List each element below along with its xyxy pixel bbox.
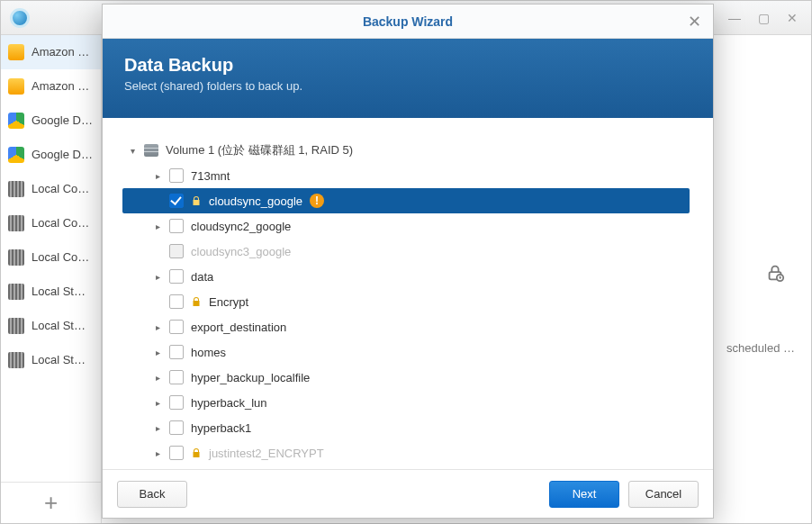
- schedule-info-text: scheduled …: [726, 341, 795, 355]
- dialog-footer: Back Next Cancel: [103, 469, 713, 518]
- lock-icon: [191, 296, 202, 307]
- folder-label: justintest2_ENCRYPT: [209, 447, 324, 460]
- tree-folder-row[interactable]: ▸justintest2_ENCRYPT: [148, 440, 699, 465]
- local-storage-icon: [8, 284, 24, 300]
- chevron-right-icon[interactable]: ▸: [153, 373, 162, 383]
- folder-checkbox[interactable]: [169, 269, 184, 284]
- chevron-right-icon[interactable]: ▸: [153, 221, 162, 231]
- folder-checkbox[interactable]: [169, 446, 184, 460]
- sidebar: Amazon D… Amazon D… Google D… Google D t…: [1, 35, 102, 523]
- tree-folder-row[interactable]: cloudsync_google!: [122, 188, 690, 213]
- sidebar-item-local-6[interactable]: Local St…: [1, 343, 101, 377]
- close-icon[interactable]: ✕: [684, 12, 704, 32]
- folder-label: hyperback1: [191, 421, 251, 435]
- google-drive-icon: [8, 147, 24, 163]
- tree-folder-row[interactable]: ▸713mnt: [148, 163, 699, 188]
- chevron-right-icon[interactable]: ▸: [153, 322, 162, 332]
- folder-label: cloudsync3_google: [191, 245, 291, 258]
- sidebar-item-google-1[interactable]: Google D…: [1, 104, 101, 138]
- chevron-right-icon[interactable]: ▸: [153, 398, 162, 408]
- tree-folder-row[interactable]: cloudsync3_google: [148, 239, 699, 264]
- sidebar-item-label: Google D test: [32, 148, 94, 162]
- chevron-right-icon[interactable]: ▸: [153, 423, 162, 433]
- sidebar-item-local-2[interactable]: Local Co…: [1, 206, 101, 240]
- tree-folder-row[interactable]: ▸hyperback_lun: [148, 390, 699, 415]
- sidebar-item-label: Local Co…: [32, 250, 89, 265]
- tree-folder-row[interactable]: ▸hyper_backup_localfile: [148, 365, 699, 390]
- folder-checkbox[interactable]: [169, 420, 184, 435]
- window-controls: — ▢ ✕: [725, 8, 802, 28]
- warning-icon: !: [310, 194, 324, 208]
- sidebar-item-local-5[interactable]: Local St…: [1, 309, 101, 343]
- amazon-icon: [8, 78, 24, 95]
- sidebar-item-local-4[interactable]: Local St…: [1, 275, 101, 309]
- folder-tree[interactable]: ▾ Volume 1 (位於 磁碟群組 1, RAID 5) ▸713mntcl…: [103, 118, 713, 469]
- dialog-titlebar: Backup Wizard ✕: [103, 5, 713, 39]
- local-storage-icon: [8, 215, 24, 231]
- sidebar-item-local-3[interactable]: Local Co…: [1, 240, 101, 275]
- folder-checkbox: [169, 244, 184, 258]
- folder-checkbox[interactable]: [169, 370, 184, 384]
- folder-checkbox[interactable]: [169, 395, 184, 410]
- folder-checkbox[interactable]: [169, 345, 184, 359]
- sidebar-item-label: Local St…: [32, 285, 86, 299]
- local-storage-icon: [8, 249, 24, 266]
- folder-label: hyper_backup_localfile: [191, 371, 310, 384]
- next-button[interactable]: Next: [549, 481, 619, 508]
- folder-label: hyperback_lun: [191, 396, 267, 410]
- local-storage-icon: [8, 181, 24, 197]
- sidebar-item-label: Amazon D…: [32, 45, 94, 59]
- chevron-down-icon[interactable]: ▾: [128, 146, 137, 156]
- maximize-icon[interactable]: ▢: [753, 8, 773, 28]
- tree-folder-row[interactable]: ▸homes: [148, 339, 699, 365]
- folder-label: 713mnt: [191, 169, 230, 183]
- folder-checkbox[interactable]: [169, 168, 184, 183]
- lock-icon: [191, 195, 202, 206]
- sidebar-item-label: Google D…: [32, 113, 93, 128]
- folder-checkbox[interactable]: [169, 294, 184, 309]
- add-task-button[interactable]: +: [1, 482, 101, 523]
- minimize-icon[interactable]: —: [725, 8, 744, 28]
- chevron-right-icon[interactable]: ▸: [153, 272, 162, 282]
- dialog-heading: Data Backup: [124, 55, 691, 76]
- amazon-icon: [8, 44, 24, 60]
- sidebar-item-label: Local St…: [32, 353, 86, 367]
- sidebar-item-amazon-1[interactable]: Amazon D…: [1, 35, 101, 69]
- app-icon: [10, 8, 30, 28]
- folder-checkbox[interactable]: [169, 219, 184, 233]
- sidebar-item-local-1[interactable]: Local Co…: [1, 172, 101, 206]
- sidebar-item-amazon-2[interactable]: Amazon D…: [1, 69, 101, 104]
- tree-folder-row[interactable]: Encrypt: [148, 289, 699, 314]
- tree-folder-row[interactable]: ▸hyperback1: [148, 415, 699, 440]
- folder-label: cloudsync_google: [209, 194, 302, 208]
- backup-wizard-dialog: Backup Wizard ✕ Data Backup Select (shar…: [102, 4, 714, 519]
- tree-folder-row[interactable]: ▸data: [148, 264, 699, 289]
- volume-icon: [144, 144, 158, 157]
- sidebar-item-label: Local St…: [32, 319, 86, 333]
- dialog-banner: Data Backup Select (shared) folders to b…: [103, 39, 713, 118]
- volume-label: Volume 1 (位於 磁碟群組 1, RAID 5): [166, 142, 353, 158]
- google-drive-icon: [8, 113, 24, 129]
- tree-folder-row[interactable]: ▸cloudsync2_google: [148, 213, 699, 239]
- chevron-right-icon[interactable]: ▸: [153, 171, 162, 181]
- lock-icon: [191, 447, 202, 458]
- folder-checkbox[interactable]: [169, 320, 184, 334]
- tree-folder-row[interactable]: ▸export_destination: [148, 314, 699, 339]
- sidebar-item-label: Amazon D…: [32, 79, 94, 94]
- folder-label: cloudsync2_google: [191, 220, 291, 233]
- local-storage-icon: [8, 352, 24, 368]
- folder-label: homes: [191, 346, 226, 359]
- folder-checkbox[interactable]: [169, 194, 184, 208]
- tree-volume-row[interactable]: ▾ Volume 1 (位於 磁碟群組 1, RAID 5): [122, 138, 699, 163]
- local-storage-icon: [8, 318, 24, 334]
- chevron-right-icon[interactable]: ▸: [153, 348, 162, 357]
- back-button[interactable]: Back: [117, 481, 187, 508]
- folder-label: Encrypt: [209, 295, 248, 309]
- folder-label: export_destination: [191, 321, 286, 334]
- folder-label: data: [191, 270, 213, 284]
- close-window-icon[interactable]: ✕: [782, 8, 802, 28]
- cancel-button[interactable]: Cancel: [628, 481, 699, 508]
- chevron-right-icon[interactable]: ▸: [153, 448, 162, 458]
- sidebar-item-google-2[interactable]: Google D test: [1, 138, 101, 172]
- encryption-status-icon[interactable]: [762, 260, 788, 285]
